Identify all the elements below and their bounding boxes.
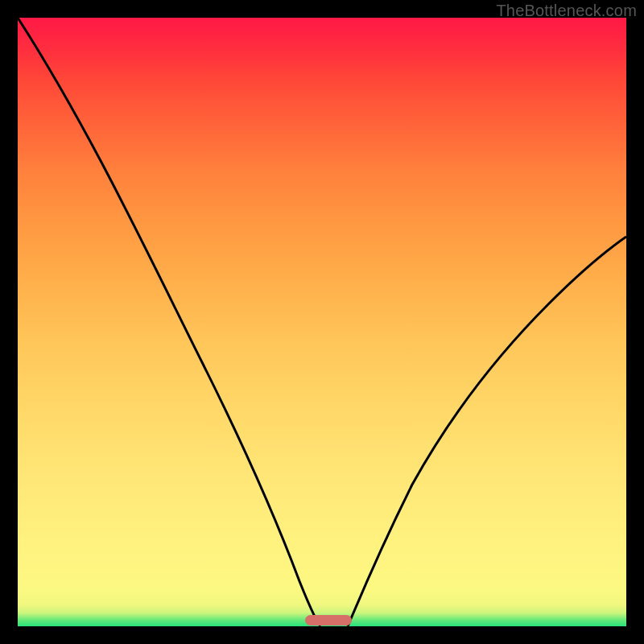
curve-left-branch <box>18 18 320 626</box>
chart-frame: TheBottleneck.com <box>0 0 644 644</box>
chart-plot-area <box>18 18 626 626</box>
curve-right-branch <box>348 237 626 626</box>
bottleneck-curve <box>18 18 626 626</box>
watermark-text: TheBottleneck.com <box>496 2 637 20</box>
min-marker <box>305 615 352 625</box>
